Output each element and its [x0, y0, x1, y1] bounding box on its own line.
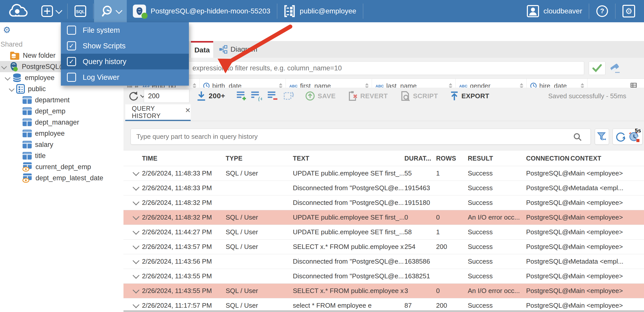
expand-chevron-icon[interactable] [133, 257, 139, 264]
history-column-header[interactable]: TEXT [293, 155, 404, 162]
expand-chevron-icon[interactable] [133, 228, 139, 235]
sql-editor-button[interactable]: SQL [68, 0, 93, 22]
history-column-header[interactable]: DURAT... [404, 155, 436, 162]
grid-column-last_name[interactable]: ABClast_name [372, 79, 456, 88]
history-cell-context: Main <employee> [570, 169, 644, 177]
refresh-button[interactable] [128, 90, 144, 102]
history-cell-time: 2/26/2024, 11:48:33 PM [142, 169, 226, 177]
tree-item-dept-manager[interactable]: dept_manager [0, 117, 124, 128]
history-column-header[interactable]: TIME [142, 155, 226, 162]
sidebar-settings-button[interactable]: ⚙ [2, 25, 12, 35]
tree-item-title[interactable]: title [0, 150, 124, 161]
tree-item-dept-emp[interactable]: dept_emp [0, 106, 124, 117]
help-button[interactable]: ? [590, 0, 615, 22]
revert-button[interactable]: REVERT [348, 91, 388, 101]
grid-column-gender[interactable]: ABCgender [456, 79, 527, 88]
tab-data[interactable]: Data [191, 41, 213, 58]
history-cell-result: Success [468, 184, 526, 192]
expand-chevron-icon[interactable] [133, 199, 139, 205]
schema-selector[interactable]: public@employee [278, 0, 362, 22]
expand-chevron-icon[interactable] [133, 213, 139, 220]
query-history-searchbar: 5s [123, 121, 644, 151]
expand-chevron-icon[interactable] [133, 287, 139, 294]
menu-item-log-viewer[interactable]: Log Viewer [61, 69, 189, 85]
row-limit-input[interactable] [144, 89, 189, 103]
save-button[interactable]: SAVE [305, 91, 336, 101]
close-icon[interactable]: ✕ [185, 106, 191, 114]
sort-icon[interactable] [278, 83, 283, 88]
expand-chevron-icon[interactable] [133, 184, 139, 191]
auto-refresh-timer-button[interactable]: 5s [628, 131, 640, 143]
script-button[interactable]: SCRIPT [400, 91, 438, 101]
grid-column-hire_date[interactable]: hire_date [527, 79, 587, 88]
menu-item-file-system[interactable]: File system [61, 22, 189, 38]
history-row[interactable]: 2/26/2024, 11:48:33 PMDisconnected from … [123, 181, 644, 195]
query-history-search-input[interactable] [131, 129, 591, 145]
tools-menu-button[interactable] [94, 0, 127, 22]
history-row[interactable]: 2/26/2024, 11:43:55 PMDisconnected from … [123, 269, 644, 283]
history-column-header[interactable]: ROWS [436, 155, 468, 162]
apply-filter-button[interactable] [589, 61, 605, 75]
filter-input[interactable] [127, 61, 584, 75]
history-row[interactable]: 2/26/2024, 11:43:56 PMDisconnected from … [123, 254, 644, 269]
sort-icon[interactable] [192, 83, 197, 88]
expand-chevron-icon[interactable] [133, 243, 139, 249]
clear-filter-button[interactable] [609, 62, 622, 74]
checkbox-icon[interactable] [67, 73, 76, 82]
grid-column-birth_date[interactable]: birth_date [200, 79, 286, 88]
menu-item-query-history[interactable]: ✓Query history [61, 54, 189, 69]
tree-item-salary[interactable]: salary [0, 139, 124, 150]
history-row[interactable]: 2/26/2024, 11:43:55 PMSQL / UserSELECT x… [123, 283, 644, 298]
sort-icon[interactable] [365, 83, 369, 88]
expand-chevron-icon[interactable] [133, 169, 139, 176]
grid-corner-button[interactable] [587, 79, 644, 88]
history-row[interactable]: 2/26/2024, 11:17:57 PMSQL / Userselect *… [123, 298, 644, 310]
sort-icon[interactable] [519, 83, 524, 88]
history-column-header[interactable]: TYPE [226, 155, 293, 162]
refresh-grid-button[interactable] [283, 91, 294, 101]
expand-chevron-icon[interactable] [133, 301, 139, 308]
tree-item-dept-emp-latest-date[interactable]: dept_emp_latest_date [0, 172, 124, 184]
tree-item-current-dept-emp[interactable]: current_dept_emp [0, 161, 124, 172]
checkbox-icon[interactable] [67, 26, 76, 35]
tree-item-label: current_dept_emp [35, 163, 91, 171]
sort-icon[interactable] [448, 83, 453, 88]
history-cell-time: 2/26/2024, 11:43:56 PM [142, 258, 226, 265]
grid-column-first_name[interactable]: ABCfirst_name [286, 79, 372, 88]
chevron-down-icon[interactable] [5, 75, 11, 81]
settings-button[interactable]: ⚙ [616, 0, 641, 22]
history-filter-button[interactable] [595, 129, 609, 145]
expand-chevron-icon[interactable] [133, 272, 139, 279]
history-cell-connection: PostgreSQL@ep-... [526, 272, 570, 280]
history-row[interactable]: 2/26/2024, 11:48:33 PMSQL / UserUPDATE p… [123, 166, 644, 181]
history-refresh-button[interactable] [615, 131, 626, 142]
history-cell-time: 2/26/2024, 11:43:55 PM [142, 287, 226, 295]
chevron-down-icon[interactable] [9, 86, 15, 92]
history-row[interactable]: 2/26/2024, 11:48:32 PMSQL / UserUPDATE p… [123, 210, 644, 225]
chevron-down-icon[interactable] [1, 64, 7, 70]
svg-text:⚙: ⚙ [625, 6, 633, 16]
tab-diagram[interactable]: Diagram [216, 41, 260, 58]
tree-item-employee[interactable]: employee [0, 128, 124, 139]
history-row[interactable]: 2/26/2024, 11:43:57 PMSQL / UserSELECT x… [123, 239, 644, 254]
delete-row-button[interactable] [267, 91, 278, 101]
fetch-more-button[interactable]: 200+ [196, 91, 225, 101]
history-column-header[interactable]: CONNECTION [526, 155, 570, 162]
history-column-header[interactable]: CONTEXT [570, 155, 644, 162]
checkbox-icon[interactable]: ✓ [67, 41, 76, 50]
checkbox-icon[interactable]: ✓ [67, 57, 76, 66]
user-menu-button[interactable]: cloudbeaver [521, 0, 588, 22]
add-row-button[interactable] [236, 91, 247, 101]
app-logo[interactable] [0, 0, 35, 22]
menu-item-show-scripts[interactable]: ✓Show Scripts [61, 38, 189, 54]
duplicate-row-button[interactable]: (+) [251, 91, 262, 101]
tab-query-history[interactable]: QUERY HISTORY ✕ [125, 104, 191, 121]
new-connection-button[interactable] [35, 0, 67, 22]
connection-selector[interactable]: PostgreSQL@ep-hidden-moon-55203 [127, 0, 276, 22]
history-row[interactable]: 2/26/2024, 11:48:32 PMDisconnected from … [123, 195, 644, 210]
history-column-header[interactable]: RESULT [468, 155, 526, 162]
export-button[interactable]: EXPORT [450, 91, 489, 101]
sort-icon[interactable] [580, 83, 585, 88]
tree-item-department[interactable]: department [0, 94, 124, 106]
history-row[interactable]: 2/26/2024, 11:44:27 PMSQL / UserUPDATE p… [123, 225, 644, 239]
